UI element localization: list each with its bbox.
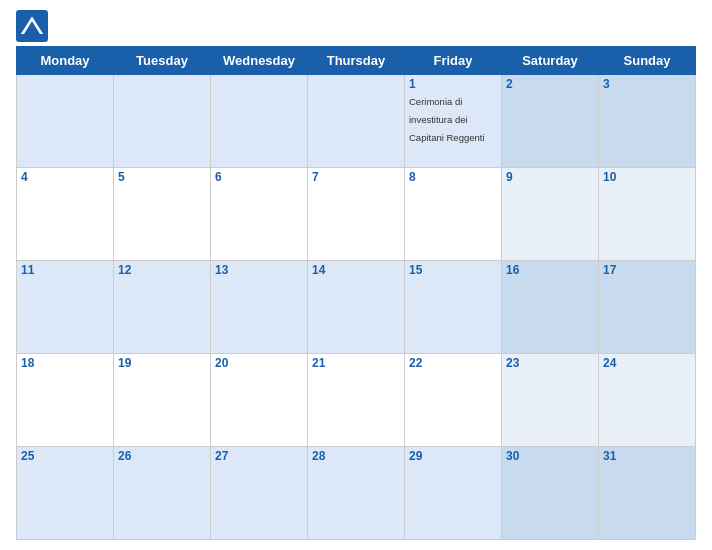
day-number: 20 bbox=[215, 356, 303, 370]
day-number: 21 bbox=[312, 356, 400, 370]
day-number: 3 bbox=[603, 77, 691, 91]
calendar-cell bbox=[211, 75, 308, 168]
weekday-header-monday: Monday bbox=[17, 47, 114, 75]
day-number: 2 bbox=[506, 77, 594, 91]
calendar-wrapper: MondayTuesdayWednesdayThursdayFridaySatu… bbox=[0, 0, 712, 550]
calendar-cell: 23 bbox=[502, 354, 599, 447]
calendar-cell bbox=[114, 75, 211, 168]
calendar-cell: 14 bbox=[308, 261, 405, 354]
weekday-header-wednesday: Wednesday bbox=[211, 47, 308, 75]
calendar-cell: 7 bbox=[308, 168, 405, 261]
day-number: 7 bbox=[312, 170, 400, 184]
calendar-cell: 16 bbox=[502, 261, 599, 354]
calendar-cell: 6 bbox=[211, 168, 308, 261]
calendar-cell: 21 bbox=[308, 354, 405, 447]
event-text: Cerimonia di investitura dei Capitani Re… bbox=[409, 96, 485, 143]
calendar-cell: 25 bbox=[17, 447, 114, 540]
week-row-2: 45678910 bbox=[17, 168, 696, 261]
country-name bbox=[606, 10, 696, 16]
day-number: 22 bbox=[409, 356, 497, 370]
day-number: 28 bbox=[312, 449, 400, 463]
calendar-cell: 19 bbox=[114, 354, 211, 447]
calendar-cell: 5 bbox=[114, 168, 211, 261]
calendar-cell: 20 bbox=[211, 354, 308, 447]
calendar-cell: 17 bbox=[599, 261, 696, 354]
calendar-cell: 15 bbox=[405, 261, 502, 354]
header bbox=[16, 10, 696, 42]
day-number: 12 bbox=[118, 263, 206, 277]
day-number: 1 bbox=[409, 77, 497, 91]
day-number: 9 bbox=[506, 170, 594, 184]
weekday-header-row: MondayTuesdayWednesdayThursdayFridaySatu… bbox=[17, 47, 696, 75]
calendar-cell: 10 bbox=[599, 168, 696, 261]
calendar-cell: 28 bbox=[308, 447, 405, 540]
week-row-1: 1Cerimonia di investitura dei Capitani R… bbox=[17, 75, 696, 168]
day-number: 27 bbox=[215, 449, 303, 463]
calendar-cell: 12 bbox=[114, 261, 211, 354]
day-number: 6 bbox=[215, 170, 303, 184]
week-row-3: 11121314151617 bbox=[17, 261, 696, 354]
calendar-cell: 31 bbox=[599, 447, 696, 540]
week-row-5: 25262728293031 bbox=[17, 447, 696, 540]
calendar-cell: 4 bbox=[17, 168, 114, 261]
general-blue-icon bbox=[16, 10, 48, 42]
calendar-cell: 27 bbox=[211, 447, 308, 540]
calendar-cell: 18 bbox=[17, 354, 114, 447]
calendar-cell: 24 bbox=[599, 354, 696, 447]
day-number: 10 bbox=[603, 170, 691, 184]
calendar-table: MondayTuesdayWednesdayThursdayFridaySatu… bbox=[16, 46, 696, 540]
day-number: 13 bbox=[215, 263, 303, 277]
day-number: 8 bbox=[409, 170, 497, 184]
calendar-cell: 11 bbox=[17, 261, 114, 354]
day-number: 31 bbox=[603, 449, 691, 463]
day-number: 5 bbox=[118, 170, 206, 184]
weekday-header-friday: Friday bbox=[405, 47, 502, 75]
logo bbox=[16, 10, 52, 42]
day-number: 4 bbox=[21, 170, 109, 184]
calendar-cell bbox=[17, 75, 114, 168]
calendar-cell: 30 bbox=[502, 447, 599, 540]
day-number: 26 bbox=[118, 449, 206, 463]
day-number: 14 bbox=[312, 263, 400, 277]
day-number: 30 bbox=[506, 449, 594, 463]
day-number: 29 bbox=[409, 449, 497, 463]
calendar-cell: 13 bbox=[211, 261, 308, 354]
day-number: 11 bbox=[21, 263, 109, 277]
calendar-cell: 22 bbox=[405, 354, 502, 447]
calendar-cell: 29 bbox=[405, 447, 502, 540]
calendar-cell bbox=[308, 75, 405, 168]
calendar-cell: 2 bbox=[502, 75, 599, 168]
weekday-header-tuesday: Tuesday bbox=[114, 47, 211, 75]
day-number: 19 bbox=[118, 356, 206, 370]
calendar-cell: 3 bbox=[599, 75, 696, 168]
day-number: 15 bbox=[409, 263, 497, 277]
day-number: 17 bbox=[603, 263, 691, 277]
day-number: 18 bbox=[21, 356, 109, 370]
day-number: 16 bbox=[506, 263, 594, 277]
weekday-header-thursday: Thursday bbox=[308, 47, 405, 75]
day-number: 23 bbox=[506, 356, 594, 370]
calendar-cell: 26 bbox=[114, 447, 211, 540]
day-number: 24 bbox=[603, 356, 691, 370]
weekday-header-saturday: Saturday bbox=[502, 47, 599, 75]
calendar-cell: 8 bbox=[405, 168, 502, 261]
weekday-header-sunday: Sunday bbox=[599, 47, 696, 75]
day-number: 25 bbox=[21, 449, 109, 463]
calendar-cell: 1Cerimonia di investitura dei Capitani R… bbox=[405, 75, 502, 168]
week-row-4: 18192021222324 bbox=[17, 354, 696, 447]
calendar-cell: 9 bbox=[502, 168, 599, 261]
